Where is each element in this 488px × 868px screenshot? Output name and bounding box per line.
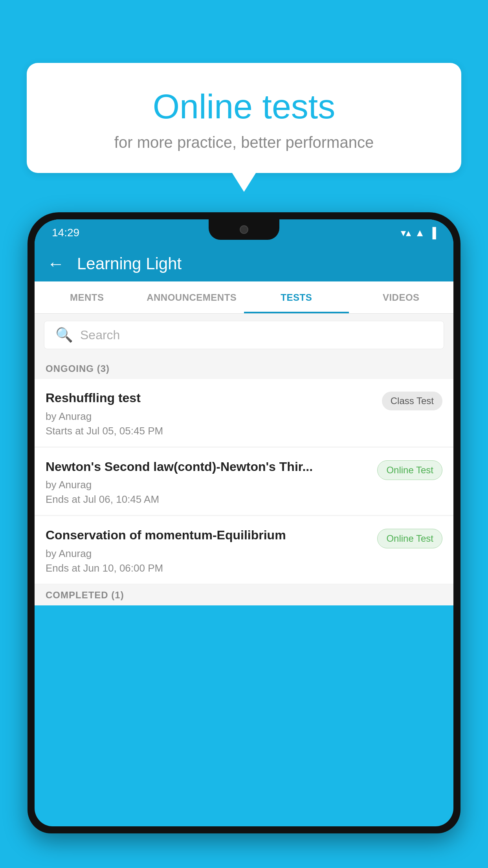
test-info-2: Newton's Second law(contd)-Newton's Thir… (46, 459, 369, 506)
app-title: Learning Light (77, 254, 182, 273)
test-badge-2: Online Test (377, 460, 442, 480)
tab-tests[interactable]: TESTS (244, 281, 349, 313)
test-author-2: by Anurag (46, 479, 369, 491)
section-completed: COMPLETED (1) (35, 585, 453, 605)
status-time: 14:29 (52, 226, 79, 239)
back-button[interactable]: ← (47, 254, 64, 274)
section-ongoing: ONGOING (3) (35, 356, 453, 379)
test-date-1: Starts at Jul 05, 05:45 PM (46, 425, 374, 437)
search-placeholder: Search (80, 328, 120, 342)
bubble-title: Online tests (46, 86, 442, 127)
test-date-3: Ends at Jun 10, 06:00 PM (46, 562, 369, 574)
test-badge-3: Online Test (377, 529, 442, 548)
search-icon: 🔍 (55, 327, 73, 343)
test-badge-1: Class Test (382, 392, 442, 410)
tab-announcements[interactable]: ANNOUNCEMENTS (139, 281, 244, 313)
notch (209, 219, 279, 240)
phone-inner: 14:29 ▾▴ ▲ ▐ ← Learning Light MENTS (35, 219, 453, 826)
tabs-container: MENTS ANNOUNCEMENTS TESTS VIDEOS (35, 281, 453, 314)
phone-outer: 14:29 ▾▴ ▲ ▐ ← Learning Light MENTS (28, 212, 460, 833)
search-container: 🔍 Search (35, 314, 453, 356)
test-name-1: Reshuffling test (46, 390, 374, 406)
test-card-1[interactable]: Reshuffling test by Anurag Starts at Jul… (35, 379, 453, 447)
status-bar: 14:29 ▾▴ ▲ ▐ (35, 219, 453, 246)
app-header: ← Learning Light (35, 246, 453, 281)
test-name-3: Conservation of momentum-Equilibrium (46, 527, 369, 544)
signal-icon: ▲ (415, 227, 425, 239)
battery-icon: ▐ (429, 227, 436, 239)
test-name-2: Newton's Second law(contd)-Newton's Thir… (46, 459, 369, 475)
tab-ments[interactable]: MENTS (35, 281, 139, 313)
wifi-icon: ▾▴ (401, 227, 411, 239)
test-info-1: Reshuffling test by Anurag Starts at Jul… (46, 390, 374, 437)
search-bar[interactable]: 🔍 Search (44, 321, 444, 349)
list-content: ONGOING (3) Reshuffling test by Anurag S… (35, 356, 453, 605)
test-card-2[interactable]: Newton's Second law(contd)-Newton's Thir… (35, 448, 453, 516)
bubble-subtitle: for more practice, better performance (46, 134, 442, 151)
phone-container: 14:29 ▾▴ ▲ ▐ ← Learning Light MENTS (28, 212, 460, 868)
camera-icon (240, 225, 248, 234)
test-author-1: by Anurag (46, 410, 374, 423)
test-card-3[interactable]: Conservation of momentum-Equilibrium by … (35, 516, 453, 584)
test-info-3: Conservation of momentum-Equilibrium by … (46, 527, 369, 574)
tab-videos[interactable]: VIDEOS (349, 281, 454, 313)
status-icons: ▾▴ ▲ ▐ (401, 227, 436, 239)
test-author-3: by Anurag (46, 548, 369, 560)
speech-bubble: Online tests for more practice, better p… (27, 63, 461, 173)
test-date-2: Ends at Jul 06, 10:45 AM (46, 493, 369, 506)
